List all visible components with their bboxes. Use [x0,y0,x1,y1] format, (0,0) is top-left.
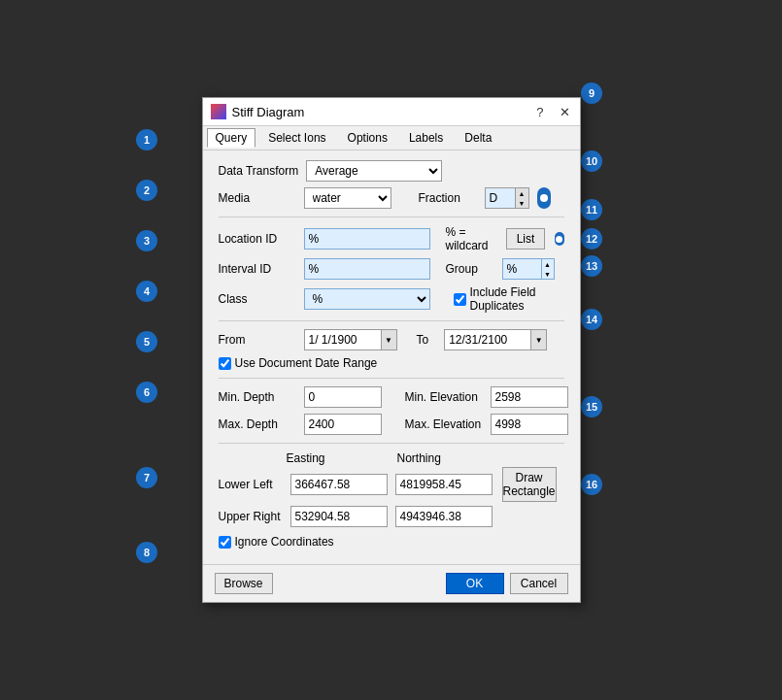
class-combo[interactable]: % [304,288,430,310]
badge-5: 5 [136,331,157,352]
badge-4: 4 [136,281,157,302]
upper-right-row: Upper Right [219,506,564,527]
lower-left-label: Lower Left [219,478,287,491]
menu-delta[interactable]: Delta [456,128,500,148]
group-combo[interactable]: ▲ ▼ [502,258,555,280]
location-id-row: Location ID % = wildcard List [219,225,564,252]
lower-left-row: Lower Left Draw Rectangle [219,467,564,502]
from-date-dropdown[interactable]: ▼ [382,329,397,350]
footer-right: OK Cancel [446,573,568,594]
ignore-coords-row: Ignore Coordinates [219,535,564,549]
easting-header: Easting [287,451,393,465]
use-doc-date-label: Use Document Date Range [235,356,378,370]
use-doc-date-checkbox-row: Use Document Date Range [219,356,378,370]
group-up-arrow[interactable]: ▲ [542,259,554,269]
class-select[interactable]: % [304,288,430,310]
min-elevation-label: Min. Elevation [405,390,483,404]
min-depth-input[interactable] [304,386,382,408]
data-transform-row: Data Transform Average [219,160,564,182]
fraction-up-arrow[interactable]: ▲ [516,188,528,198]
from-to-row: From ▼ To ▼ [219,329,564,350]
browse-button[interactable]: Browse [215,573,273,594]
wildcard-label: % = wildcard [446,225,491,252]
to-date-dropdown[interactable]: ▼ [531,329,547,350]
menu-labels[interactable]: Labels [400,128,452,148]
group-input[interactable] [502,258,541,280]
badge-13: 13 [581,255,602,277]
badge-6: 6 [136,382,157,403]
menu-bar: Query Select Ions Options Labels Delta [203,126,580,150]
include-duplicates-row: Include Field Duplicates [454,285,564,313]
screen: 9 10 11 12 13 14 15 16 1 2 3 4 5 6 7 8 S… [0,0,782,700]
interval-id-label: Interval ID [219,262,296,276]
data-transform-label: Data Transform [219,164,299,178]
dialog-title: Stiff Diagram [232,105,305,119]
ignore-coords-checkbox[interactable] [219,536,231,549]
from-date-combo[interactable]: ▼ [304,329,397,350]
coord-headers: Easting Northing [287,451,564,465]
from-date-input[interactable] [304,329,382,350]
northing-header: Northing [397,451,504,465]
help-button[interactable]: ? [534,105,545,119]
include-duplicates-checkbox[interactable] [454,293,466,306]
dialog: Stiff Diagram ? ✕ Query Select Ions Opti… [202,97,581,603]
interval-id-input[interactable] [304,258,430,280]
to-date-combo[interactable]: ▼ [444,329,547,350]
fraction-input[interactable] [486,188,515,208]
badge-2: 2 [136,180,157,201]
upper-right-label: Upper Right [219,510,287,523]
ignore-coords-label: Ignore Coordinates [235,535,334,549]
depth-elevation-row1: Min. Depth Min. Elevation [219,386,564,408]
media-combo[interactable]: water [304,187,391,209]
badge-7: 7 [136,467,157,488]
max-elevation-input[interactable] [491,414,568,435]
badge-10: 10 [581,150,602,172]
class-label: Class [219,292,296,306]
media-label: Media [219,191,296,205]
coord-section: Easting Northing Lower Left Draw Rectang… [219,451,564,527]
location-id-input[interactable] [304,228,430,250]
use-doc-date-row: Use Document Date Range [219,356,564,370]
media-select[interactable]: water [304,187,391,209]
divider-4 [219,443,564,444]
interval-id-row: Interval ID Group ▲ ▼ [219,258,564,280]
lower-left-northing-input[interactable] [395,474,493,495]
fraction-blue-dot [537,187,551,209]
title-bar-right: ? ✕ [534,105,571,119]
fraction-combo[interactable]: ▲ ▼ [485,187,529,209]
cancel-button[interactable]: Cancel [510,573,568,594]
max-depth-input[interactable] [304,414,382,435]
badge-11: 11 [581,199,602,220]
ignore-coords-checkbox-row: Ignore Coordinates [219,535,334,549]
footer-bar: Browse OK Cancel [203,564,580,602]
title-bar: Stiff Diagram ? ✕ [203,98,580,126]
draw-rectangle-button[interactable]: Draw Rectangle [502,467,557,502]
list-button[interactable]: List [506,228,545,250]
fraction-arrows[interactable]: ▲ ▼ [515,188,528,208]
lower-left-easting-input[interactable] [290,474,388,495]
close-button[interactable]: ✕ [558,105,572,119]
data-transform-select[interactable]: Average [306,160,442,182]
upper-right-easting-input[interactable] [290,506,388,527]
fraction-down-arrow[interactable]: ▼ [516,198,528,208]
use-doc-date-checkbox[interactable] [219,357,231,370]
from-label: From [219,333,296,347]
ok-button[interactable]: OK [446,573,504,594]
group-dropdown[interactable]: ▲ ▼ [541,258,555,280]
include-duplicates-label: Include Field Duplicates [470,285,564,313]
group-down-arrow[interactable]: ▼ [542,269,554,279]
list-blue-dot [555,232,564,246]
max-elevation-label: Max. Elevation [405,417,483,431]
min-elevation-input[interactable] [491,386,568,408]
menu-query[interactable]: Query [207,128,256,148]
menu-options[interactable]: Options [339,128,396,148]
divider-2 [219,320,564,321]
data-transform-combo[interactable]: Average [306,160,442,182]
badge-9: 9 [581,83,602,104]
upper-right-northing-input[interactable] [395,506,493,527]
badge-14: 14 [581,309,602,330]
to-date-input[interactable] [444,329,531,350]
menu-select-ions[interactable]: Select Ions [259,128,334,148]
divider-1 [219,217,564,217]
badge-15: 15 [581,396,602,417]
